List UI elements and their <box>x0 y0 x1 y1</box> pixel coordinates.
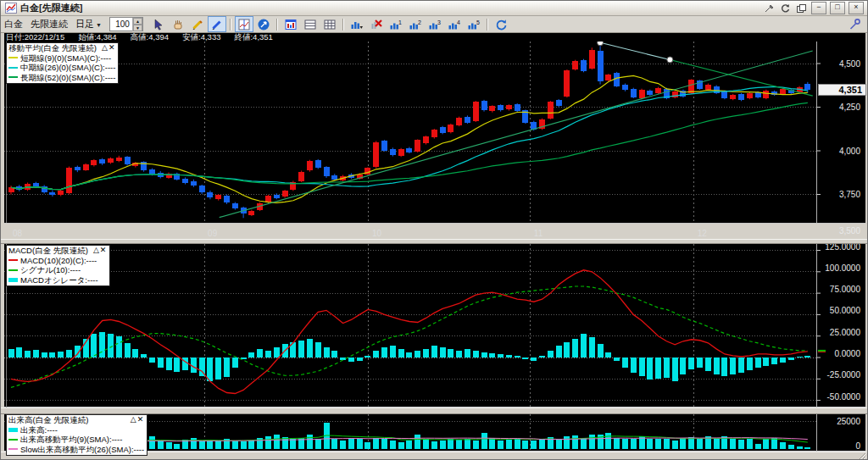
volume-bar <box>473 441 479 449</box>
panel-1-button[interactable]: 1 <box>387 16 405 32</box>
panel-splitter[interactable] <box>1 407 868 414</box>
macd-osc-bar <box>381 347 387 357</box>
panel-4-button[interactable]: 4 <box>445 16 464 32</box>
svg-text:2: 2 <box>418 19 421 25</box>
macd-osc-bar <box>174 357 180 372</box>
bar-count-value: 100 <box>110 19 132 29</box>
legend-minimize-close-icons[interactable]: △✕ <box>102 43 115 53</box>
y-tick-label: 25.0000 <box>830 328 861 337</box>
macd-osc-bar <box>522 357 528 359</box>
titlebar[interactable]: 白金[先限連続] − □ × <box>1 1 867 16</box>
bar-count-spinner[interactable]: 100 ▲▼ <box>109 17 143 31</box>
draw-pencil-button[interactable] <box>188 16 207 32</box>
volume-bar <box>771 438 777 449</box>
candlestick <box>780 89 786 94</box>
legend-item: Slow出来高移動平均(26)(SMA):---- <box>8 445 144 455</box>
volume-bar <box>655 439 661 449</box>
candlestick <box>248 211 254 215</box>
candlestick <box>99 159 105 163</box>
macd-osc-bar <box>415 351 420 357</box>
legend-minimize-close-icons[interactable]: △✕ <box>93 246 107 256</box>
legend-macd: MACD(白金 先限連続)△✕MACD(10)(20)(C):----シグナル(… <box>6 245 110 286</box>
macd-chart-canvas[interactable]: 125.0000100.000075.000050.000025.00000.0… <box>1 244 868 407</box>
panel-5-button[interactable]: 5 <box>465 16 483 32</box>
close-button[interactable]: × <box>849 2 864 14</box>
macd-osc-bar <box>714 357 720 374</box>
volume-bar <box>622 439 628 449</box>
candlestick <box>373 142 379 167</box>
candlestick <box>473 102 479 121</box>
chart-crosshair-button[interactable] <box>235 16 253 32</box>
candlestick <box>747 93 753 98</box>
macd-osc-bar <box>232 357 238 368</box>
copy-window-icon[interactable] <box>795 3 808 14</box>
macd-osc-bar <box>581 334 587 357</box>
volume-bar <box>348 438 354 449</box>
macd-osc-bar <box>158 357 164 368</box>
macd-osc-bar <box>423 349 429 357</box>
candlestick <box>688 80 694 92</box>
svg-text:4: 4 <box>457 19 460 25</box>
candlestick <box>307 161 313 170</box>
candlestick <box>730 95 736 99</box>
timeframe-select[interactable]: 日足▼ <box>75 18 102 30</box>
macd-osc-bar <box>755 357 761 368</box>
chart-window-button[interactable] <box>281 16 300 32</box>
volume-bar <box>215 441 221 449</box>
minimize-button[interactable]: − <box>811 2 826 14</box>
candlestick <box>116 158 122 161</box>
candlestick <box>498 105 504 110</box>
legend-item-label: 長期線(52)(0)(SMA)(C):---- <box>20 73 115 83</box>
legend-marker-icon <box>8 428 18 432</box>
macd-osc-bar <box>456 351 462 357</box>
chevron-down-icon: ▼ <box>96 22 102 28</box>
trendline-handle[interactable] <box>667 57 673 63</box>
panel-3-button[interactable]: 3 <box>426 16 444 32</box>
legend-minimize-close-icons[interactable]: △✕ <box>131 415 144 425</box>
refresh-button[interactable] <box>492 16 510 32</box>
main-chart-canvas[interactable]: 4,5004,2504,0003,7503,5000809101112 <box>1 42 868 239</box>
volume-bar <box>589 435 595 449</box>
remove-indicator-button[interactable] <box>367 16 386 32</box>
macd-osc-bar <box>49 352 55 357</box>
trendline-handle[interactable] <box>598 42 604 46</box>
macd-osc-bar <box>431 346 437 357</box>
volume-bar <box>331 439 337 449</box>
grid-sparse-button[interactable] <box>301 16 320 32</box>
app-window: 白金[先限連続] − □ × 白金 先限連続 日足▼ 100 ▲▼ 12345 <box>0 0 868 460</box>
macd-osc-bar <box>631 357 637 373</box>
volume-bar <box>241 441 247 449</box>
pin-icon[interactable] <box>763 3 776 14</box>
resize-grip[interactable] <box>856 452 866 460</box>
volume-bar <box>191 438 197 449</box>
quote-high: 高値:4,394 <box>131 33 169 42</box>
panel-2-button[interactable]: 2 <box>406 16 425 32</box>
macd-osc-bar <box>149 357 155 363</box>
candlestick <box>506 105 512 109</box>
macd-osc-bar <box>132 349 138 357</box>
macd-osc-bar <box>647 357 653 380</box>
compass-button[interactable] <box>254 16 273 32</box>
select-cursor-button[interactable] <box>149 16 168 32</box>
x-tick-label: 09 <box>208 229 218 238</box>
grid-dense-button[interactable] <box>320 16 339 32</box>
volume-bar <box>605 433 611 449</box>
candlestick <box>91 160 97 165</box>
volume-bar <box>539 439 545 449</box>
draw-pen-button[interactable] <box>208 16 226 32</box>
volume-bar <box>564 436 570 449</box>
svg-text:3: 3 <box>437 19 441 25</box>
histogram-menu-button[interactable] <box>348 16 366 32</box>
macd-osc-bar <box>622 357 628 368</box>
rotate-icon[interactable] <box>779 3 792 14</box>
candlestick <box>298 172 304 181</box>
maximize-button[interactable]: □ <box>830 2 845 14</box>
macd-osc-bar <box>804 356 810 357</box>
toolbar-separator <box>276 19 278 30</box>
pan-hand-button[interactable] <box>169 16 187 32</box>
settings-wrench-icon[interactable] <box>845 16 864 32</box>
spinner-arrows[interactable]: ▲▼ <box>132 18 142 31</box>
legend-item: シグナル(10):---- <box>8 265 107 275</box>
candlestick <box>415 140 420 151</box>
legend-title: 出来高(白金 先限連続) <box>8 415 88 425</box>
